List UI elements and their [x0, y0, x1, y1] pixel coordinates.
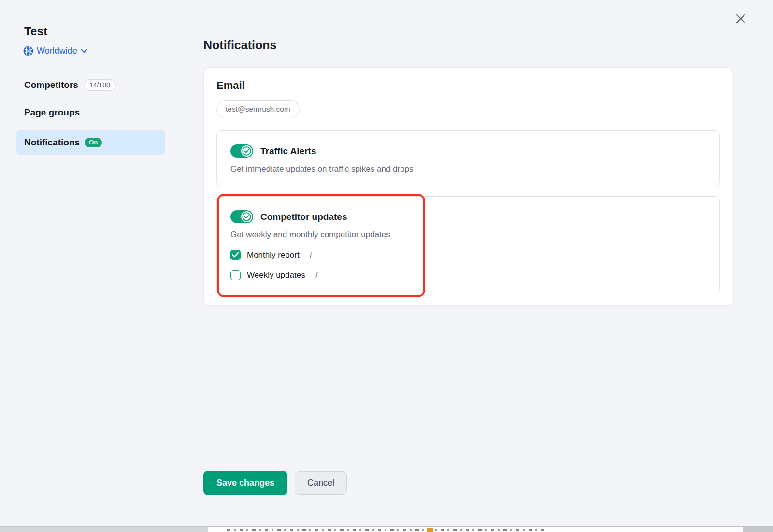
underlying-content-fragments — [227, 529, 546, 531]
competitor-updates-toggle[interactable] — [230, 210, 253, 223]
underlying-page-sliver — [0, 526, 773, 532]
sidebar-item-page-groups[interactable]: Page groups — [24, 107, 80, 118]
sidebar: Test Worldwide Competitors 14/100 Page g… — [0, 0, 183, 527]
underlying-scrollbar-fragment — [743, 527, 773, 532]
cancel-button[interactable]: Cancel — [295, 471, 347, 495]
toggle-check-icon — [241, 211, 252, 222]
region-label: Worldwide — [37, 46, 77, 56]
monthly-report-checkbox[interactable] — [230, 250, 241, 260]
notifications-on-badge: On — [85, 138, 102, 147]
panel-title: Notifications — [203, 38, 276, 52]
close-icon — [735, 14, 746, 24]
sidebar-item-notifications[interactable]: Notifications On — [16, 130, 165, 155]
email-settings-card: Email test@semrush.com Traffic Alerts Ge… — [203, 67, 732, 306]
toggle-check-icon — [241, 145, 252, 157]
weekly-updates-checkbox[interactable] — [230, 270, 241, 280]
info-icon[interactable]: i — [315, 270, 317, 280]
sidebar-item-competitors[interactable]: Competitors 14/100 — [24, 79, 116, 91]
monthly-report-label: Monthly report — [247, 250, 300, 260]
email-address-chip: test@semrush.com — [216, 100, 300, 118]
chevron-down-icon — [81, 49, 87, 53]
notifications-panel: Notifications Email test@semrush.com Tra… — [184, 0, 773, 527]
project-settings-modal: Test Worldwide Competitors 14/100 Page g… — [0, 0, 773, 532]
email-section-heading: Email — [216, 79, 245, 92]
traffic-alerts-label: Traffic Alerts — [260, 146, 316, 157]
sidebar-item-label: Notifications — [24, 137, 80, 148]
sidebar-item-label: Competitors — [24, 80, 78, 90]
check-icon — [232, 252, 239, 258]
traffic-alerts-toggle[interactable] — [230, 144, 253, 158]
project-title: Test — [24, 25, 47, 38]
save-changes-button[interactable]: Save changes — [203, 471, 287, 495]
monthly-report-option[interactable]: Monthly report i — [230, 250, 311, 260]
traffic-alerts-card: Traffic Alerts Get immediate updates on … — [216, 130, 720, 186]
info-icon[interactable]: i — [309, 250, 312, 260]
traffic-alerts-description: Get immediate updates on traffic spikes … — [230, 164, 414, 174]
competitor-updates-description: Get weekly and monthly competitor update… — [230, 230, 390, 240]
footer-divider — [184, 468, 773, 468]
competitors-count-badge: 14/100 — [84, 79, 116, 91]
competitor-updates-label: Competitor updates — [260, 212, 347, 222]
competitor-updates-card: Competitor updates Get weekly and monthl… — [216, 196, 720, 294]
underlying-gray-band — [0, 527, 208, 532]
underlying-orange-fragment — [427, 528, 433, 532]
close-button[interactable] — [733, 12, 748, 27]
weekly-updates-label: Weekly updates — [247, 271, 305, 280]
region-selector[interactable]: Worldwide — [23, 46, 87, 56]
sidebar-item-label: Page groups — [24, 107, 80, 118]
globe-icon — [23, 46, 33, 56]
weekly-updates-option[interactable]: Weekly updates i — [230, 270, 317, 280]
